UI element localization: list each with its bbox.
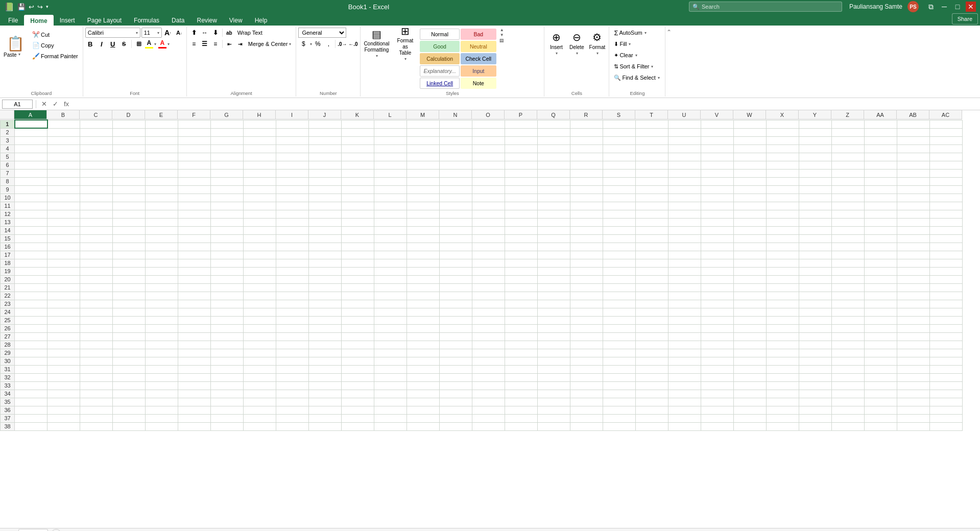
cell-W30[interactable]	[734, 357, 767, 365]
cell-E31[interactable]	[146, 365, 178, 373]
cell-P31[interactable]	[505, 365, 538, 373]
cell-AB11[interactable]	[897, 202, 930, 210]
cell-B19[interactable]	[47, 267, 80, 275]
cell-N15[interactable]	[440, 234, 472, 243]
cell-Z33[interactable]	[832, 381, 865, 390]
cell-Q29[interactable]	[538, 349, 570, 357]
cell-P5[interactable]	[505, 153, 538, 161]
cell-G1[interactable]	[211, 120, 244, 128]
cell-O2[interactable]	[472, 128, 505, 136]
cell-W22[interactable]	[734, 292, 767, 300]
cell-N21[interactable]	[440, 283, 472, 292]
cell-U15[interactable]	[668, 234, 701, 243]
style-check-cell-button[interactable]: Check Cell	[461, 53, 496, 64]
cell-AA9[interactable]	[865, 185, 897, 194]
cell-D35[interactable]	[113, 398, 146, 406]
cell-E16[interactable]	[146, 243, 178, 251]
cell-X4[interactable]	[767, 144, 799, 153]
cell-C6[interactable]	[80, 161, 113, 169]
cell-V24[interactable]	[701, 308, 734, 316]
cell-A19[interactable]	[15, 267, 47, 275]
cell-P30[interactable]	[505, 357, 538, 365]
cell-W14[interactable]	[734, 226, 767, 234]
cell-Q30[interactable]	[538, 357, 570, 365]
cell-L4[interactable]	[374, 144, 407, 153]
cell-AC11[interactable]	[930, 202, 963, 210]
cell-R1[interactable]	[570, 120, 603, 128]
cell-AA23[interactable]	[865, 300, 897, 308]
cell-U23[interactable]	[668, 300, 701, 308]
cell-A31[interactable]	[15, 365, 47, 373]
cell-AA1[interactable]	[865, 120, 897, 128]
cell-K11[interactable]	[342, 202, 374, 210]
cell-G3[interactable]	[211, 136, 244, 144]
cell-H3[interactable]	[244, 136, 276, 144]
cell-Q37[interactable]	[538, 414, 570, 422]
row-number-35[interactable]: 35	[1, 398, 15, 406]
col-header-m[interactable]: M	[407, 110, 439, 119]
cell-T10[interactable]	[636, 194, 668, 202]
cell-I22[interactable]	[276, 292, 309, 300]
cell-R4[interactable]	[570, 144, 603, 153]
cell-O8[interactable]	[472, 177, 505, 185]
cell-P6[interactable]	[505, 161, 538, 169]
font-name-selector[interactable]: Calibri ▾	[85, 28, 140, 38]
cell-E19[interactable]	[146, 267, 178, 275]
cell-AB12[interactable]	[897, 210, 930, 218]
cell-AC16[interactable]	[930, 243, 963, 251]
cell-N19[interactable]	[440, 267, 472, 275]
cell-E26[interactable]	[146, 324, 178, 332]
cell-B31[interactable]	[47, 365, 80, 373]
cell-AA4[interactable]	[865, 144, 897, 153]
cell-L29[interactable]	[374, 349, 407, 357]
cell-X6[interactable]	[767, 161, 799, 169]
cell-M30[interactable]	[407, 357, 440, 365]
cell-A9[interactable]	[15, 185, 47, 194]
row-number-27[interactable]: 27	[1, 332, 15, 341]
cell-I38[interactable]	[276, 422, 309, 430]
cell-W11[interactable]	[734, 202, 767, 210]
cell-W6[interactable]	[734, 161, 767, 169]
cell-Q2[interactable]	[538, 128, 570, 136]
cell-R32[interactable]	[570, 373, 603, 381]
cell-AC37[interactable]	[930, 414, 963, 422]
cell-AA16[interactable]	[865, 243, 897, 251]
tab-view[interactable]: View	[223, 14, 249, 26]
cell-X9[interactable]	[767, 185, 799, 194]
cell-Q7[interactable]	[538, 169, 570, 177]
cell-Q38[interactable]	[538, 422, 570, 430]
cell-T11[interactable]	[636, 202, 668, 210]
underline-button[interactable]: U	[108, 39, 118, 49]
cell-O19[interactable]	[472, 267, 505, 275]
cell-AC19[interactable]	[930, 267, 963, 275]
cell-A17[interactable]	[15, 251, 47, 259]
autosum-button[interactable]: Σ AutoSum ▾	[611, 28, 649, 38]
cell-Z28[interactable]	[832, 341, 865, 349]
cell-B22[interactable]	[47, 292, 80, 300]
cell-A36[interactable]	[15, 406, 47, 414]
cell-Q33[interactable]	[538, 381, 570, 390]
cell-P8[interactable]	[505, 177, 538, 185]
cell-B25[interactable]	[47, 316, 80, 324]
cell-K13[interactable]	[342, 218, 374, 226]
cell-L37[interactable]	[374, 414, 407, 422]
cell-H17[interactable]	[244, 251, 276, 259]
cell-Q4[interactable]	[538, 144, 570, 153]
cell-W27[interactable]	[734, 332, 767, 341]
cell-L38[interactable]	[374, 422, 407, 430]
cell-E18[interactable]	[146, 259, 178, 267]
italic-button[interactable]: I	[97, 39, 107, 49]
cell-J38[interactable]	[309, 422, 342, 430]
cell-N25[interactable]	[440, 316, 472, 324]
cell-M4[interactable]	[407, 144, 440, 153]
cell-K3[interactable]	[342, 136, 374, 144]
cell-P25[interactable]	[505, 316, 538, 324]
cell-T27[interactable]	[636, 332, 668, 341]
cell-O4[interactable]	[472, 144, 505, 153]
cell-D25[interactable]	[113, 316, 146, 324]
cell-E17[interactable]	[146, 251, 178, 259]
cell-E21[interactable]	[146, 283, 178, 292]
cell-C7[interactable]	[80, 169, 113, 177]
col-header-t[interactable]: T	[635, 110, 668, 119]
cell-E22[interactable]	[146, 292, 178, 300]
